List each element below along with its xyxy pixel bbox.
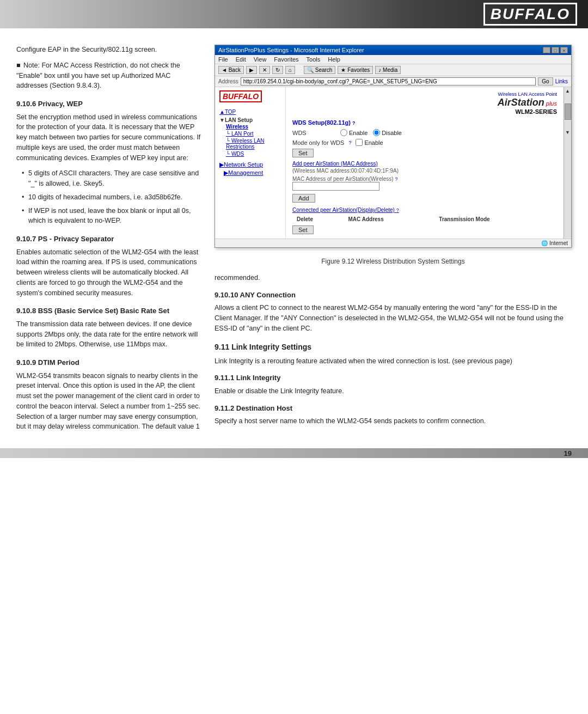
enable-radio[interactable] (340, 129, 347, 136)
forward-button[interactable]: ▶ (246, 66, 257, 74)
browser-page-main: Wireless LAN Access Point AirStation plu… (286, 87, 564, 239)
figure-caption: Figure 9.12 Wireless Distribution System… (215, 258, 572, 265)
sidebar-logo: BUFFALO (219, 90, 262, 102)
add-peer-label: Add peer AirStation (MAC Address) (292, 161, 557, 167)
brand-name-row: AirStation plus (498, 97, 557, 108)
sidebar-item-management[interactable]: ▶Management (219, 169, 281, 177)
connected-peer-label: Connected peer AirStation(Display/Delete… (292, 207, 557, 213)
mac-address-input[interactable] (292, 182, 379, 191)
dash-icon: └ (226, 131, 230, 137)
wds-form-row: WDS Enable Disable (292, 129, 557, 136)
note-icon: ■ (16, 62, 21, 69)
sidebar-item-wireless[interactable]: Wireless (222, 123, 281, 130)
back-button[interactable]: ◄ Back (218, 66, 244, 74)
nav-lan-header: ▼LAN Setup (219, 117, 281, 123)
section-9109-heading: 9.10.9 DTIM Period (16, 357, 201, 368)
main-content: Configure EAP in the Security/802.11g sc… (0, 28, 588, 437)
menu-file[interactable]: File (218, 56, 228, 63)
wds-help-icon[interactable]: ? (352, 120, 356, 126)
col-mac: MAC Address (344, 215, 435, 223)
scroll-down-arrow[interactable]: ▼ (565, 129, 570, 136)
wds-label: WDS (292, 130, 336, 136)
sidebar-item-network-setup[interactable]: ▶Network Setup (219, 161, 281, 169)
maximize-button[interactable]: □ (552, 47, 559, 53)
home-button[interactable]: ⌂ (285, 66, 295, 74)
scroll-up-arrow[interactable]: ▲ (565, 87, 570, 95)
mac-help-icon[interactable]: ? (395, 176, 397, 182)
media-button[interactable]: ♪ Media (375, 66, 401, 74)
links-button[interactable]: Links (555, 78, 568, 84)
mode-help-icon[interactable]: ? (348, 140, 351, 145)
section-9109-para: WLM2-G54 transmits beacon signals to nea… (16, 371, 201, 432)
section-9111-heading: 9.11.1 Link Integrity (215, 373, 572, 383)
disable-radio-item: Disable (373, 129, 402, 136)
add-button[interactable]: Add (292, 194, 315, 203)
set-button-row: Set (292, 149, 557, 157)
set-button2-row: Set (292, 225, 557, 234)
set-button[interactable]: Set (292, 149, 314, 157)
menu-tools[interactable]: Tools (307, 56, 321, 63)
footer-bar: 19 (0, 448, 588, 458)
minimize-button[interactable]: _ (543, 47, 550, 53)
set-button-2[interactable]: Set (292, 225, 314, 234)
intro-note: ■ Note: For MAC Access Restriction, do n… (16, 60, 201, 91)
enable-checkbox-item: Enable (356, 139, 383, 146)
nav-sub-links: Wireless └ LAN Port └ Wireless LAN Restr… (219, 123, 281, 157)
section-9106-bullets: 5 digits of ASCII characters. They are c… (16, 168, 201, 226)
menu-view[interactable]: View (254, 56, 267, 63)
section-9112-heading: 9.11.2 Destination Host (215, 403, 572, 414)
bullet-item: If WEP is not used, leave the box blank … (22, 206, 201, 227)
browser-body: BUFFALO ▲TOP ▼LAN Setup Wireless └ LAN P… (215, 87, 571, 239)
favorites-button[interactable]: ★ Favorites (338, 66, 373, 74)
menu-favorites[interactable]: Favorites (274, 56, 298, 63)
right-column: AirStationProPlus Settings - Microsoft I… (215, 45, 572, 437)
nav-section-lan: ▼LAN Setup Wireless └ LAN Port └ Wireles… (219, 117, 281, 157)
intro-para1: Configure EAP in the Security/802.11g sc… (16, 45, 201, 55)
titlebar-controls[interactable]: _ □ × (543, 47, 568, 53)
peer-help-icon[interactable]: ? (396, 208, 399, 213)
add-button-row: Add (292, 194, 557, 203)
enable-radio-item: Enable (340, 129, 367, 136)
section-9107-heading: 9.10.7 PS - Privacy Separator (16, 234, 201, 245)
brand-area: Wireless LAN Access Point AirStation plu… (498, 91, 557, 115)
wds-section: WDS Setup(802.11g) ? WDS Enable (292, 119, 557, 234)
right-text-sections: recommended. 9.10.10 ANY Connection Allo… (215, 273, 572, 431)
nav-top-link[interactable]: ▲TOP (219, 109, 281, 115)
section-911-heading: 9.11 Link Integrity Settings (215, 341, 572, 353)
browser-window: AirStationProPlus Settings - Microsoft I… (215, 45, 572, 248)
peer-table: Delete MAC Address Transmission Mode (292, 215, 557, 223)
section-91010-heading: 9.10.10 ANY Connection (215, 290, 572, 301)
menu-help[interactable]: Help (328, 56, 340, 63)
page-header: Wireless LAN Access Point AirStation plu… (292, 91, 557, 115)
go-button[interactable]: Go (538, 77, 553, 86)
bullet-item: 10 digits of hexadecimal numbers, i.e. a… (22, 192, 201, 203)
stop-button[interactable]: ✕ (259, 66, 270, 74)
dash2-icon: └ (226, 138, 230, 144)
browser-addressbar: Address Go Links (215, 76, 571, 87)
peer-section: Connected peer AirStation(Display/Delete… (292, 207, 557, 234)
disable-radio[interactable] (373, 129, 380, 136)
refresh-button[interactable]: ↻ (272, 66, 283, 74)
browser-scrollbar[interactable]: ▲ ▼ (564, 87, 571, 239)
left-column: Configure EAP in the Security/802.11g sc… (16, 45, 201, 437)
mac-input-row (292, 182, 557, 191)
recommended-para: recommended. (215, 273, 572, 283)
disable-radio-label: Disable (382, 130, 402, 136)
sidebar-item-wlan-restrictions: └ Wireless LAN Restrictions (222, 137, 281, 150)
section-9112-para: Specify a host server name to which the … (215, 416, 572, 426)
search-button[interactable]: 🔍 Search (304, 66, 335, 74)
section-9107-para: Enables automatic selection of the WLM2-… (16, 247, 201, 298)
header-bar: BUFFALO (0, 0, 588, 28)
section-9106-para: Set the encryption method used in wirele… (16, 112, 201, 163)
browser-title: AirStationProPlus Settings - Microsoft I… (218, 47, 364, 53)
enable-checkbox[interactable] (356, 139, 363, 146)
page-number: 19 (564, 449, 572, 457)
close-button[interactable]: × (560, 47, 568, 53)
internet-label: Internet (549, 240, 568, 246)
pro-label: plus (546, 100, 557, 107)
menu-edit[interactable]: Edit (236, 56, 246, 63)
section-91010-para: Allows a client PC to connect to the nea… (215, 303, 572, 333)
address-input[interactable] (241, 77, 536, 86)
col-transmission: Transmission Mode (434, 215, 557, 223)
scroll-thumb[interactable] (565, 103, 571, 120)
